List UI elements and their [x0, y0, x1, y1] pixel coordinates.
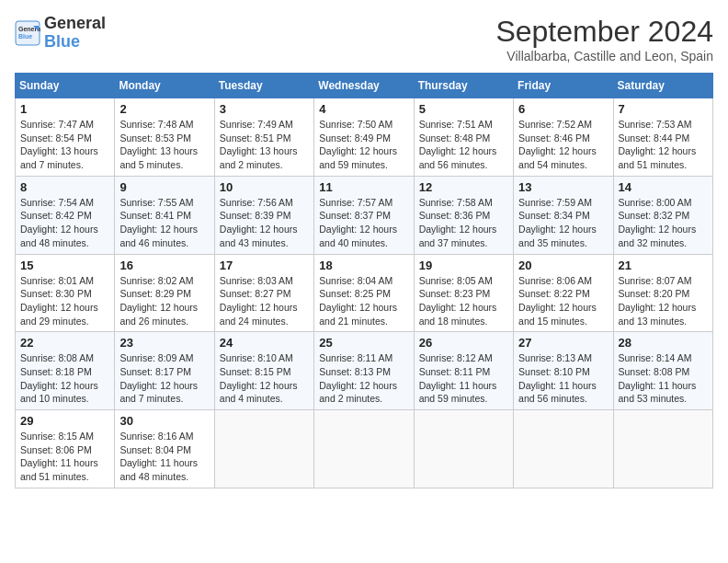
calendar-cell: 15Sunrise: 8:01 AM Sunset: 8:30 PM Dayli… [16, 254, 115, 332]
calendar-cell: 27Sunrise: 8:13 AM Sunset: 8:10 PM Dayli… [514, 332, 613, 410]
title-block: September 2024 Villalbarba, Castille and… [495, 15, 713, 63]
calendar-cell [514, 410, 613, 488]
calendar-cell: 20Sunrise: 8:06 AM Sunset: 8:22 PM Dayli… [514, 254, 613, 332]
calendar-cell: 22Sunrise: 8:08 AM Sunset: 8:18 PM Dayli… [16, 332, 115, 410]
calendar-week-0: 1Sunrise: 7:47 AM Sunset: 8:54 PM Daylig… [16, 98, 713, 177]
calendar-cell: 30Sunrise: 8:16 AM Sunset: 8:04 PM Dayli… [115, 410, 214, 488]
location-title: Villalbarba, Castille and Leon, Spain [495, 49, 713, 63]
col-header-tuesday: Tuesday [214, 74, 313, 98]
calendar-cell: 5Sunrise: 7:51 AM Sunset: 8:48 PM Daylig… [414, 98, 513, 177]
calendar-cell [414, 410, 513, 488]
calendar-cell [613, 410, 712, 488]
calendar-cell: 16Sunrise: 8:02 AM Sunset: 8:29 PM Dayli… [115, 254, 214, 332]
calendar-cell: 6Sunrise: 7:52 AM Sunset: 8:46 PM Daylig… [514, 98, 613, 177]
col-header-sunday: Sunday [16, 74, 115, 98]
col-header-wednesday: Wednesday [314, 74, 414, 98]
col-header-saturday: Saturday [613, 74, 712, 98]
calendar-cell: 23Sunrise: 8:09 AM Sunset: 8:17 PM Dayli… [115, 332, 214, 410]
calendar-cell: 26Sunrise: 8:12 AM Sunset: 8:11 PM Dayli… [414, 332, 513, 410]
logo-icon: General Blue [15, 20, 40, 46]
calendar-cell: 29Sunrise: 8:15 AM Sunset: 8:06 PM Dayli… [16, 410, 115, 488]
calendar-cell: 21Sunrise: 8:07 AM Sunset: 8:20 PM Dayli… [613, 254, 712, 332]
calendar-cell: 10Sunrise: 7:56 AM Sunset: 8:39 PM Dayli… [214, 176, 313, 254]
calendar-cell [214, 410, 313, 488]
calendar-cell [314, 410, 414, 488]
calendar-cell: 12Sunrise: 7:58 AM Sunset: 8:36 PM Dayli… [414, 176, 513, 254]
calendar-cell: 9Sunrise: 7:55 AM Sunset: 8:41 PM Daylig… [115, 176, 214, 254]
calendar-cell: 19Sunrise: 8:05 AM Sunset: 8:23 PM Dayli… [414, 254, 513, 332]
calendar-week-1: 8Sunrise: 7:54 AM Sunset: 8:42 PM Daylig… [16, 176, 713, 254]
calendar-cell: 18Sunrise: 8:04 AM Sunset: 8:25 PM Dayli… [314, 254, 414, 332]
calendar-cell: 14Sunrise: 8:00 AM Sunset: 8:32 PM Dayli… [613, 176, 712, 254]
calendar-cell: 24Sunrise: 8:10 AM Sunset: 8:15 PM Dayli… [214, 332, 313, 410]
calendar-cell: 4Sunrise: 7:50 AM Sunset: 8:49 PM Daylig… [314, 98, 414, 177]
calendar-table: SundayMondayTuesdayWednesdayThursdayFrid… [15, 73, 713, 488]
calendar-cell: 8Sunrise: 7:54 AM Sunset: 8:42 PM Daylig… [16, 176, 115, 254]
page-header: General Blue GeneralBlue September 2024 … [15, 15, 713, 63]
calendar-cell: 3Sunrise: 7:49 AM Sunset: 8:51 PM Daylig… [214, 98, 313, 177]
calendar-cell: 25Sunrise: 8:11 AM Sunset: 8:13 PM Dayli… [314, 332, 414, 410]
col-header-friday: Friday [514, 74, 613, 98]
logo: General Blue GeneralBlue [15, 15, 106, 52]
calendar-cell: 28Sunrise: 8:14 AM Sunset: 8:08 PM Dayli… [613, 332, 712, 410]
calendar-cell: 7Sunrise: 7:53 AM Sunset: 8:44 PM Daylig… [613, 98, 712, 177]
svg-text:Blue: Blue [18, 33, 32, 40]
calendar-cell: 13Sunrise: 7:59 AM Sunset: 8:34 PM Dayli… [514, 176, 613, 254]
logo-text: GeneralBlue [44, 15, 106, 52]
calendar-cell: 11Sunrise: 7:57 AM Sunset: 8:37 PM Dayli… [314, 176, 414, 254]
column-headers: SundayMondayTuesdayWednesdayThursdayFrid… [16, 74, 713, 98]
calendar-cell: 17Sunrise: 8:03 AM Sunset: 8:27 PM Dayli… [214, 254, 313, 332]
month-title: September 2024 [495, 15, 713, 49]
calendar-week-4: 29Sunrise: 8:15 AM Sunset: 8:06 PM Dayli… [16, 410, 713, 488]
calendar-week-3: 22Sunrise: 8:08 AM Sunset: 8:18 PM Dayli… [16, 332, 713, 410]
calendar-week-2: 15Sunrise: 8:01 AM Sunset: 8:30 PM Dayli… [16, 254, 713, 332]
col-header-thursday: Thursday [414, 74, 513, 98]
col-header-monday: Monday [115, 74, 214, 98]
calendar-cell: 1Sunrise: 7:47 AM Sunset: 8:54 PM Daylig… [16, 98, 115, 177]
calendar-cell: 2Sunrise: 7:48 AM Sunset: 8:53 PM Daylig… [115, 98, 214, 177]
